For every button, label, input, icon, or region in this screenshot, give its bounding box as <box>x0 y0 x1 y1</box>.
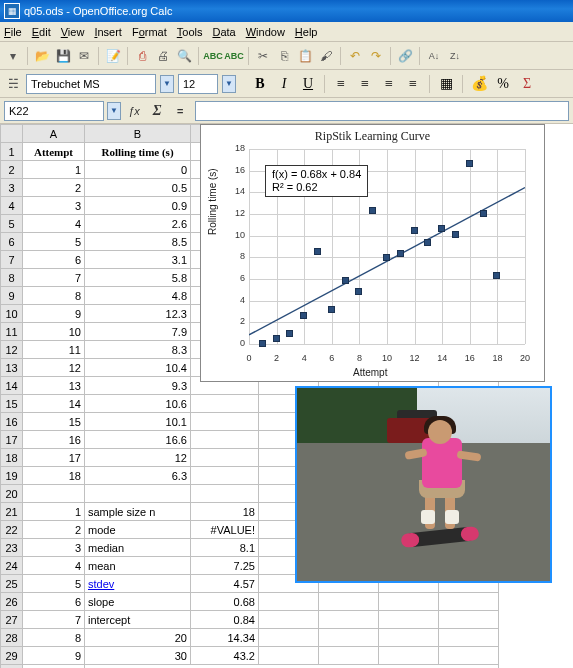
cell[interactable]: 10.4 <box>85 359 191 377</box>
hyperlink-icon[interactable]: 🔗 <box>396 47 414 65</box>
select-all-corner[interactable] <box>1 125 23 143</box>
cell[interactable]: 1 <box>23 503 85 521</box>
cell[interactable]: 14.34 <box>191 629 259 647</box>
cell[interactable]: 7.25 <box>191 557 259 575</box>
font-name-box[interactable]: Trebuchet MS <box>26 74 156 94</box>
row-header[interactable]: 6 <box>1 233 23 251</box>
cell[interactable]: Rolling time (s) <box>85 143 191 161</box>
row-header[interactable]: 18 <box>1 449 23 467</box>
cell[interactable]: 5 <box>23 575 85 593</box>
autospell-icon[interactable]: ABC <box>225 47 243 65</box>
row-header[interactable]: 9 <box>1 287 23 305</box>
align-right-button[interactable]: ≡ <box>379 74 399 94</box>
sort-desc-icon[interactable]: Z↓ <box>446 47 464 65</box>
cell[interactable]: mean <box>85 557 191 575</box>
cell[interactable] <box>259 647 319 665</box>
row-header[interactable]: 25 <box>1 575 23 593</box>
bold-button[interactable]: B <box>250 74 270 94</box>
row-header[interactable]: 22 <box>1 521 23 539</box>
percent-button[interactable]: % <box>493 74 513 94</box>
row-header[interactable]: 7 <box>1 251 23 269</box>
cell[interactable]: 6 <box>23 251 85 269</box>
row-header[interactable]: 3 <box>1 179 23 197</box>
merge-cells-button[interactable]: ▦ <box>436 74 456 94</box>
standard-button[interactable]: Σ <box>517 74 537 94</box>
row-header[interactable]: 27 <box>1 611 23 629</box>
cell[interactable]: 2 <box>23 179 85 197</box>
currency-button[interactable]: 💰 <box>469 74 489 94</box>
row-header[interactable]: 16 <box>1 413 23 431</box>
cell[interactable]: 16.6 <box>85 431 191 449</box>
font-size-box[interactable]: 12 <box>178 74 218 94</box>
cell[interactable]: stdev <box>85 575 191 593</box>
row-header[interactable]: 29 <box>1 647 23 665</box>
row-header[interactable]: 12 <box>1 341 23 359</box>
cell[interactable]: Attempt <box>23 143 85 161</box>
row-header[interactable]: 28 <box>1 629 23 647</box>
cell[interactable]: 0.5 <box>85 179 191 197</box>
cell[interactable]: linear or non-linear acceptable: power r… <box>85 665 499 669</box>
row-header[interactable]: 13 <box>1 359 23 377</box>
cell[interactable] <box>439 629 499 647</box>
cell[interactable] <box>191 485 259 503</box>
cell[interactable]: 8 <box>23 287 85 305</box>
cell[interactable]: 3 <box>23 539 85 557</box>
cell[interactable]: 8.3 <box>85 341 191 359</box>
cell[interactable]: 6 <box>23 593 85 611</box>
menu-file[interactable]: File <box>4 26 22 38</box>
cell[interactable] <box>191 449 259 467</box>
paste-icon[interactable]: 📋 <box>296 47 314 65</box>
cell[interactable]: intercept <box>85 611 191 629</box>
cut-icon[interactable]: ✂ <box>254 47 272 65</box>
cell[interactable] <box>319 629 379 647</box>
menu-tools[interactable]: Tools <box>177 26 203 38</box>
row-header[interactable]: 5 <box>1 215 23 233</box>
italic-button[interactable]: I <box>274 74 294 94</box>
cell[interactable]: 4.57 <box>191 575 259 593</box>
save-icon[interactable]: 💾 <box>54 47 72 65</box>
cell[interactable]: 18 <box>191 503 259 521</box>
cell[interactable]: 13 <box>23 377 85 395</box>
sum-button[interactable]: Σ <box>147 101 167 121</box>
row-header[interactable]: 23 <box>1 539 23 557</box>
cell[interactable]: 0 <box>85 161 191 179</box>
cell[interactable]: 10 <box>23 665 85 669</box>
open-icon[interactable]: 📂 <box>33 47 51 65</box>
menu-data[interactable]: Data <box>212 26 235 38</box>
print-icon[interactable]: 🖨 <box>154 47 172 65</box>
cell[interactable]: 4.8 <box>85 287 191 305</box>
align-center-button[interactable]: ≡ <box>355 74 375 94</box>
cell[interactable] <box>439 647 499 665</box>
cell[interactable]: 0.84 <box>191 611 259 629</box>
align-left-button[interactable]: ≡ <box>331 74 351 94</box>
cell[interactable]: 1 <box>23 161 85 179</box>
cell[interactable]: mode <box>85 521 191 539</box>
underline-button[interactable]: U <box>298 74 318 94</box>
row-header[interactable]: 8 <box>1 269 23 287</box>
email-icon[interactable]: ✉ <box>75 47 93 65</box>
cell[interactable]: 8.1 <box>191 539 259 557</box>
cell[interactable] <box>23 485 85 503</box>
name-box[interactable]: K22 <box>4 101 104 121</box>
row-header[interactable]: 19 <box>1 467 23 485</box>
cell[interactable]: 43.2 <box>191 647 259 665</box>
cell[interactable]: 3 <box>23 197 85 215</box>
cell[interactable] <box>191 395 259 413</box>
cell[interactable] <box>191 431 259 449</box>
embedded-chart[interactable]: RipStik Learning Curve Rolling time (s) … <box>200 124 545 382</box>
cell[interactable]: 10.1 <box>85 413 191 431</box>
cell[interactable]: 5 <box>23 233 85 251</box>
row-header[interactable]: 1 <box>1 143 23 161</box>
edit-doc-icon[interactable]: 📝 <box>104 47 122 65</box>
new-icon[interactable]: ▾ <box>4 47 22 65</box>
cell[interactable] <box>259 629 319 647</box>
cell[interactable]: 9.3 <box>85 377 191 395</box>
row-header[interactable]: 14 <box>1 377 23 395</box>
cell[interactable]: 8 <box>23 629 85 647</box>
undo-icon[interactable]: ↶ <box>346 47 364 65</box>
export-pdf-icon[interactable]: ⎙ <box>133 47 151 65</box>
cell[interactable]: 0.68 <box>191 593 259 611</box>
cell[interactable]: 12 <box>23 359 85 377</box>
cell[interactable]: 10 <box>23 323 85 341</box>
row-header[interactable]: 2 <box>1 161 23 179</box>
